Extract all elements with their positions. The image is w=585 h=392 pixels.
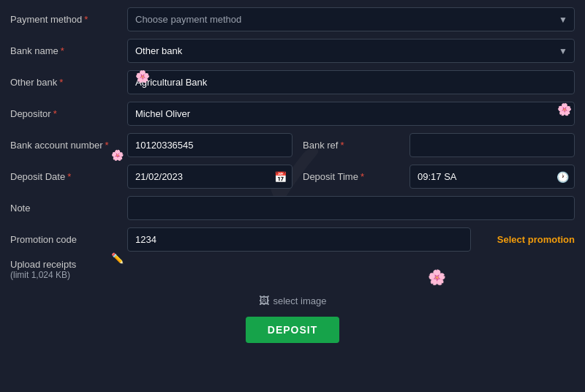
account-ref-row: Bank account number * Bank ref * xyxy=(10,133,575,157)
bank-account-input[interactable] xyxy=(127,133,292,157)
depositor-label: Depositor * xyxy=(10,108,127,119)
required-indicator: * xyxy=(340,140,344,151)
depositor-field xyxy=(127,102,575,126)
payment-method-select-wrapper: Choose payment method ▼ xyxy=(127,7,575,31)
deposit-date-wrapper: 📅 xyxy=(127,165,292,189)
payment-method-select[interactable]: Choose payment method xyxy=(127,7,575,31)
bank-account-field xyxy=(127,133,292,157)
deposit-time-field: 🕐 xyxy=(410,165,575,189)
required-indicator: * xyxy=(84,14,88,25)
other-bank-field xyxy=(127,70,575,94)
select-promotion-button[interactable]: Select promotion xyxy=(480,234,575,245)
other-bank-row: Other bank * xyxy=(10,70,575,94)
depositor-input[interactable] xyxy=(127,102,575,126)
select-image-placeholder[interactable]: select image xyxy=(259,295,327,306)
upload-receipts-row: Upload receipts (limit 1,024 KB) xyxy=(10,259,575,280)
bank-account-section: Bank account number * xyxy=(10,133,292,157)
required-indicator: * xyxy=(105,140,108,151)
deposit-time-label: Deposit Time * xyxy=(292,171,410,182)
deposit-time-wrapper: 🕐 xyxy=(410,165,575,189)
required-indicator: * xyxy=(361,171,364,182)
required-indicator: * xyxy=(53,108,57,119)
upload-receipts-label: Upload receipts (limit 1,024 KB) xyxy=(10,259,127,280)
other-bank-label: Other bank * xyxy=(10,77,127,88)
deposit-date-field: 📅 xyxy=(127,165,292,189)
note-row: Note xyxy=(10,196,575,220)
bank-ref-label: Bank ref * xyxy=(292,140,410,151)
promotion-code-field xyxy=(127,227,471,252)
date-time-row: Deposit Date * 📅 Deposit Time * 🕐 xyxy=(10,165,575,189)
bank-name-label: Bank name * xyxy=(10,45,127,56)
required-indicator: * xyxy=(67,171,71,182)
other-bank-input[interactable] xyxy=(127,70,575,94)
depositor-row: Depositor * xyxy=(10,102,575,126)
deposit-date-label: Deposit Date * xyxy=(10,171,127,182)
bank-ref-field xyxy=(410,133,575,157)
promotion-code-row: Promotion code Select promotion xyxy=(10,227,575,252)
promotion-code-label: Promotion code xyxy=(10,234,127,245)
bank-name-row: Bank name * Other bank ▼ xyxy=(10,39,575,63)
bank-name-select[interactable]: Other bank xyxy=(127,39,575,63)
bank-name-select-wrapper: Other bank ▼ xyxy=(127,39,575,63)
promotion-code-input[interactable] xyxy=(127,227,471,252)
payment-method-row: Payment method * Choose payment method ▼ xyxy=(10,7,575,31)
note-input[interactable] xyxy=(127,196,575,220)
bank-account-label: Bank account number * xyxy=(10,140,127,151)
bank-ref-section: Bank ref * xyxy=(292,133,575,157)
required-indicator: * xyxy=(59,77,63,88)
bank-name-field: Other bank ▼ xyxy=(127,39,575,63)
note-field xyxy=(127,196,575,220)
deposit-time-input[interactable] xyxy=(410,165,575,189)
deposit-date-section: Deposit Date * 📅 xyxy=(10,165,292,189)
deposit-date-input[interactable] xyxy=(127,165,292,189)
upload-area: select image DEPOSIT xyxy=(10,287,575,347)
payment-method-label: Payment method * xyxy=(10,14,127,25)
required-indicator: * xyxy=(61,45,64,56)
deposit-time-section: Deposit Time * 🕐 xyxy=(292,165,575,189)
bank-ref-input[interactable] xyxy=(410,133,575,157)
payment-method-field: Choose payment method ▼ xyxy=(127,7,575,31)
note-label: Note xyxy=(10,203,127,214)
deposit-button[interactable]: DEPOSIT xyxy=(246,317,339,343)
